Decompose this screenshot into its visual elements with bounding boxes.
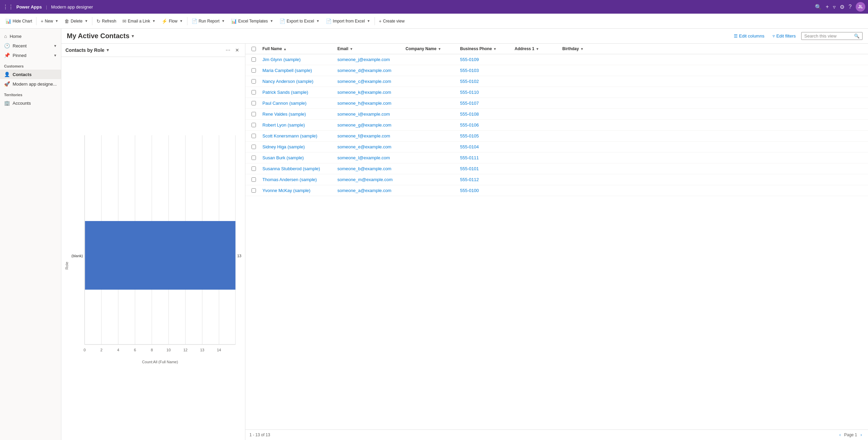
row-check-11[interactable] — [252, 177, 256, 182]
excel-templates-button[interactable]: 📊 Excel Templates ▼ — [228, 17, 276, 25]
cell-email-11[interactable]: someone_m@example.com — [335, 174, 403, 185]
flow-icon: ⚡ — [162, 18, 167, 24]
col-header-phone[interactable]: Business Phone ▼ — [458, 44, 513, 54]
row-check-8[interactable] — [252, 145, 256, 149]
sidebar-item-modern-designer[interactable]: 🚀 Modern app designe... — [0, 79, 61, 89]
cell-address-8 — [513, 144, 560, 150]
cell-phone-1[interactable]: 555-0103 — [458, 65, 513, 76]
col-header-company[interactable]: Company Name ▼ — [403, 44, 458, 54]
cell-address-1 — [513, 68, 560, 73]
search-input[interactable] — [804, 33, 853, 39]
cell-full-name-6[interactable]: Robert Lyon (sample) — [260, 120, 335, 130]
row-check-2[interactable] — [252, 79, 256, 84]
delete-button[interactable]: 🗑 Delete ▼ — [62, 17, 91, 25]
cell-full-name-10[interactable]: Susanna Stubberod (sample) — [260, 163, 335, 174]
cell-full-name-12[interactable]: Yvonne McKay (sample) — [260, 185, 335, 196]
cell-full-name-11[interactable]: Thomas Andersen (sample) — [260, 174, 335, 185]
sidebar-item-recent[interactable]: 🕐 Recent ▼ — [0, 41, 61, 50]
cell-email-12[interactable]: someone_a@example.com — [335, 185, 403, 196]
cell-phone-2[interactable]: 555-0102 — [458, 76, 513, 87]
cell-email-4[interactable]: someone_h@example.com — [335, 98, 403, 108]
cell-full-name-5[interactable]: Rene Valdes (sample) — [260, 109, 335, 119]
import-excel-button[interactable]: 📄 Import from Excel ▼ — [323, 17, 373, 25]
row-check-0[interactable] — [252, 57, 256, 62]
new-button[interactable]: + New ▼ — [38, 17, 61, 25]
cell-full-name-4[interactable]: Paul Cannon (sample) — [260, 98, 335, 108]
cell-phone-10[interactable]: 555-0101 — [458, 163, 513, 174]
col-header-email[interactable]: Email ▼ — [335, 44, 403, 54]
col-header-birthday[interactable]: Birthday ▼ — [560, 44, 594, 54]
cell-phone-11[interactable]: 555-0112 — [458, 174, 513, 185]
cell-email-10[interactable]: someone_b@example.com — [335, 163, 403, 174]
email-link-button[interactable]: ✉ Email a Link ▼ — [120, 17, 158, 25]
avatar[interactable]: JL — [856, 2, 865, 12]
cell-email-1[interactable]: someone_d@example.com — [335, 65, 403, 76]
help-icon[interactable]: ? — [849, 4, 852, 10]
sidebar-item-contacts[interactable]: 👤 Contacts — [0, 70, 61, 79]
cell-phone-9[interactable]: 555-0111 — [458, 152, 513, 163]
create-view-button[interactable]: + Create view — [376, 17, 408, 25]
row-check-12[interactable] — [252, 188, 256, 193]
sidebar-item-pinned[interactable]: 📌 Pinned ▼ — [0, 50, 61, 60]
cell-phone-5[interactable]: 555-0108 — [458, 109, 513, 119]
select-all-checkbox[interactable] — [252, 47, 256, 51]
cell-email-7[interactable]: someone_f@example.com — [335, 131, 403, 141]
cell-email-6[interactable]: someone_g@example.com — [335, 120, 403, 130]
cell-email-2[interactable]: someone_c@example.com — [335, 76, 403, 87]
sidebar-item-home[interactable]: ⌂ Home — [0, 31, 61, 41]
cell-email-0[interactable]: someone_j@example.com — [335, 54, 403, 65]
table-row: Paul Cannon (sample) someone_h@example.c… — [245, 98, 868, 109]
cell-email-8[interactable]: someone_e@example.com — [335, 142, 403, 152]
hide-chart-button[interactable]: 📊 Hide Chart — [3, 17, 35, 25]
cell-phone-6[interactable]: 555-0106 — [458, 120, 513, 130]
refresh-button[interactable]: ↻ Refresh — [94, 17, 119, 25]
add-icon[interactable]: + — [826, 4, 829, 10]
run-report-button[interactable]: 📄 Run Report ▼ — [189, 17, 228, 25]
sidebar-item-accounts[interactable]: 🏢 Accounts — [0, 98, 61, 108]
edit-columns-button[interactable]: ☰ Edit columns — [731, 32, 767, 40]
edit-filters-button[interactable]: ▿ Edit filters — [770, 32, 798, 40]
row-check-10[interactable] — [252, 166, 256, 171]
cell-phone-4[interactable]: 555-0107 — [458, 98, 513, 108]
flow-button[interactable]: ⚡ Flow ▼ — [159, 17, 185, 25]
view-title-chevron-icon[interactable]: ▼ — [131, 34, 135, 39]
row-check-4[interactable] — [252, 101, 256, 105]
cell-full-name-1[interactable]: Maria Campbell (sample) — [260, 65, 335, 76]
filter-icon[interactable]: ▿ — [833, 4, 836, 10]
row-check-9[interactable] — [252, 156, 256, 160]
grid-icon[interactable]: ⋮⋮ — [3, 4, 14, 10]
row-check-6[interactable] — [252, 123, 256, 127]
cell-full-name-9[interactable]: Susan Burk (sample) — [260, 152, 335, 163]
row-check-3[interactable] — [252, 90, 256, 94]
row-check-5[interactable] — [252, 112, 256, 116]
chart-more-button[interactable]: ⋯ — [224, 46, 232, 54]
row-check-1[interactable] — [252, 68, 256, 73]
col-header-full-name[interactable]: Full Name ▲ — [260, 44, 335, 54]
cell-phone-12[interactable]: 555-0100 — [458, 185, 513, 196]
settings-icon[interactable]: ⚙ — [840, 4, 844, 10]
table-row: Jim Glynn (sample) someone_j@example.com… — [245, 54, 868, 65]
col-header-address[interactable]: Address 1 ▼ — [513, 44, 560, 54]
cell-full-name-2[interactable]: Nancy Anderson (sample) — [260, 76, 335, 87]
chart-close-button[interactable]: ✕ — [233, 46, 241, 54]
cell-email-3[interactable]: someone_k@example.com — [335, 87, 403, 98]
cell-phone-3[interactable]: 555-0110 — [458, 87, 513, 98]
cell-phone-7[interactable]: 555-0105 — [458, 131, 513, 141]
cell-phone-8[interactable]: 555-0104 — [458, 142, 513, 152]
next-page-button[interactable]: › — [858, 432, 864, 438]
table-row: Maria Campbell (sample) someone_d@exampl… — [245, 65, 868, 76]
chart-title-chevron-icon[interactable]: ▼ — [106, 48, 110, 53]
cell-full-name-8[interactable]: Sidney Higa (sample) — [260, 142, 335, 152]
export-excel-button[interactable]: 📄 Export to Excel ▼ — [277, 17, 322, 25]
search-icon[interactable]: 🔍 — [815, 4, 822, 10]
cell-email-9[interactable]: someone_l@example.com — [335, 152, 403, 163]
cell-phone-0[interactable]: 555-0109 — [458, 54, 513, 65]
phone-sort-icon: ▼ — [493, 47, 497, 51]
row-check-7[interactable] — [252, 134, 256, 138]
cell-full-name-3[interactable]: Patrick Sands (sample) — [260, 87, 335, 98]
cell-full-name-7[interactable]: Scott Konersmann (sample) — [260, 131, 335, 141]
bar-blank[interactable] — [85, 221, 235, 290]
prev-page-button[interactable]: ‹ — [837, 432, 843, 438]
cell-full-name-0[interactable]: Jim Glynn (sample) — [260, 54, 335, 65]
cell-email-5[interactable]: someone_i@example.com — [335, 109, 403, 119]
